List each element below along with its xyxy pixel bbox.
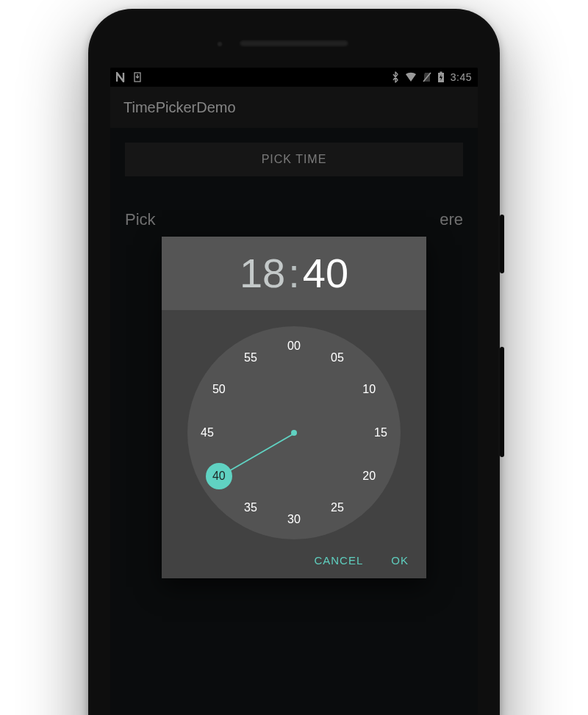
dialog-actions: CANCEL OK <box>162 547 426 578</box>
minute-tick-00[interactable]: 00 <box>281 333 307 359</box>
minute-value[interactable]: 40 <box>303 253 348 294</box>
clock-face-wrap: 000510152025303540455055 <box>162 310 426 547</box>
ok-button[interactable]: OK <box>391 554 409 567</box>
minute-tick-25[interactable]: 25 <box>324 495 351 521</box>
clock-face[interactable]: 000510152025303540455055 <box>187 326 401 539</box>
cancel-button[interactable]: CANCEL <box>314 554 363 567</box>
minute-tick-55[interactable]: 55 <box>237 345 264 371</box>
device-power-button <box>500 215 504 273</box>
minute-tick-35[interactable]: 35 <box>237 495 264 521</box>
clock-center-dot <box>291 430 297 436</box>
device-volume-button <box>500 347 504 457</box>
time-header: 18 : 40 <box>162 237 426 310</box>
minute-tick-30[interactable]: 30 <box>281 506 307 533</box>
screen: 3:45 TimePickerDemo PICK TIME Pick ere 1… <box>110 68 478 714</box>
minute-tick-50[interactable]: 50 <box>206 376 232 403</box>
minute-tick-05[interactable]: 05 <box>324 345 351 371</box>
device-frame: 3:45 TimePickerDemo PICK TIME Pick ere 1… <box>88 9 500 715</box>
minute-tick-40[interactable]: 40 <box>206 463 232 489</box>
time-colon: : <box>288 253 300 294</box>
minute-tick-20[interactable]: 20 <box>356 463 382 489</box>
minute-tick-10[interactable]: 10 <box>356 376 382 403</box>
minute-tick-45[interactable]: 45 <box>194 420 220 446</box>
minute-tick-15[interactable]: 15 <box>368 420 394 446</box>
hour-value[interactable]: 18 <box>240 253 285 294</box>
time-picker-dialog: 18 : 40 000510152025303540455055 CANCEL … <box>162 237 426 578</box>
